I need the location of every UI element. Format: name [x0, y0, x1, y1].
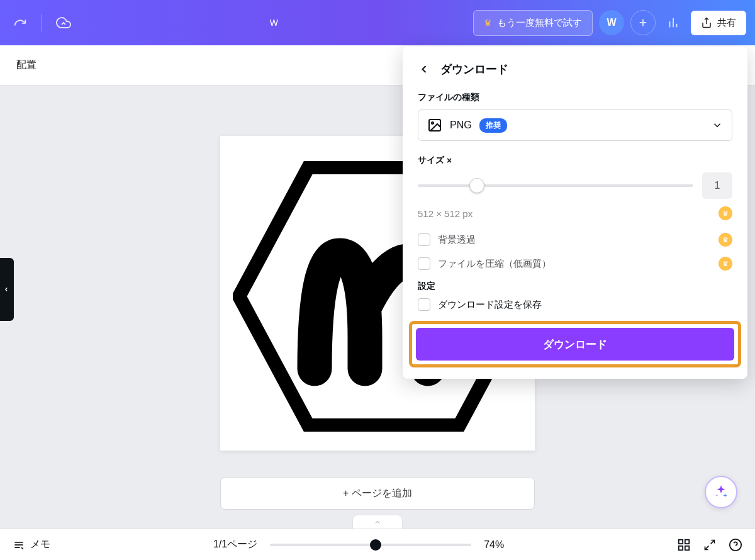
zoom-handle[interactable]: [370, 539, 381, 551]
bottom-bar: メモ 1/1ページ 74%: [0, 529, 755, 560]
notes-button[interactable]: メモ: [13, 538, 50, 551]
premium-badge-icon: ♛: [719, 206, 732, 220]
size-slider[interactable]: [418, 184, 693, 187]
svg-rect-12: [679, 539, 683, 543]
recommended-badge: 推奨: [479, 118, 507, 133]
cloud-sync-icon[interactable]: [52, 11, 75, 34]
sparkle-icon: [713, 484, 729, 500]
svg-line-17: [705, 546, 709, 549]
svg-line-16: [711, 540, 715, 544]
save-settings-checkbox[interactable]: [418, 298, 430, 311]
save-settings-label: ダウンロード設定を保存: [438, 299, 732, 311]
page-indicator[interactable]: 1/1ページ: [213, 538, 257, 551]
size-value[interactable]: 1: [702, 172, 732, 199]
divider: [42, 14, 42, 31]
zoom-value[interactable]: 74%: [484, 539, 514, 551]
svg-rect-13: [685, 539, 689, 543]
dimensions-text: 512 × 512 px: [418, 208, 473, 219]
compress-label: ファイルを圧縮（低画質）: [438, 258, 711, 270]
help-icon[interactable]: [729, 538, 742, 552]
top-toolbar: W ♛ もう一度無料で試す W 共有: [0, 0, 755, 45]
settings-label: 設定: [418, 281, 732, 292]
premium-badge-icon: ♛: [719, 233, 732, 247]
compress-checkbox[interactable]: [418, 257, 430, 270]
popup-title: ダウンロード: [440, 62, 508, 77]
download-button[interactable]: ダウンロード: [416, 328, 734, 361]
premium-badge-icon: ♛: [719, 257, 732, 271]
trial-button[interactable]: ♛ もう一度無料で試す: [473, 10, 593, 36]
zoom-slider[interactable]: [270, 544, 471, 546]
notes-label: メモ: [30, 538, 50, 551]
add-page-button[interactable]: + ページを追加: [220, 477, 535, 510]
download-popup: ダウンロード ファイルの種類 PNG 推奨 サイズ× 1 512 × 512 p…: [403, 47, 747, 379]
add-member-icon[interactable]: [630, 10, 656, 35]
svg-rect-15: [685, 546, 689, 549]
slider-handle[interactable]: [469, 178, 484, 193]
trial-label: もう一度無料で試す: [497, 17, 582, 29]
fullscreen-icon[interactable]: [703, 539, 716, 551]
download-button-highlight: ダウンロード: [409, 321, 741, 367]
document-title[interactable]: W: [80, 18, 468, 28]
sidebar-expand-tab[interactable]: [0, 258, 14, 321]
filetype-label: ファイルの種類: [418, 92, 732, 103]
grid-view-icon[interactable]: [677, 538, 691, 552]
back-button[interactable]: [418, 63, 430, 76]
transparent-bg-checkbox[interactable]: [418, 233, 430, 246]
position-label[interactable]: 配置: [16, 59, 36, 72]
share-button[interactable]: 共有: [691, 11, 746, 35]
image-icon: [427, 118, 442, 133]
notes-icon: [13, 539, 25, 551]
page-tray-toggle[interactable]: [352, 515, 403, 529]
svg-point-8: [432, 122, 433, 124]
filetype-select[interactable]: PNG 推奨: [418, 109, 732, 141]
transparent-bg-label: 背景透過: [438, 234, 711, 246]
user-avatar[interactable]: W: [599, 10, 624, 35]
svg-rect-14: [679, 546, 683, 549]
share-label: 共有: [717, 17, 736, 29]
chevron-down-icon: [712, 120, 723, 131]
analytics-icon[interactable]: [662, 11, 685, 34]
magic-assist-button[interactable]: [705, 476, 737, 508]
filetype-value: PNG: [450, 120, 472, 131]
redo-icon[interactable]: [9, 11, 31, 34]
crown-icon: ♛: [484, 18, 492, 28]
size-label: サイズ×: [418, 155, 732, 166]
